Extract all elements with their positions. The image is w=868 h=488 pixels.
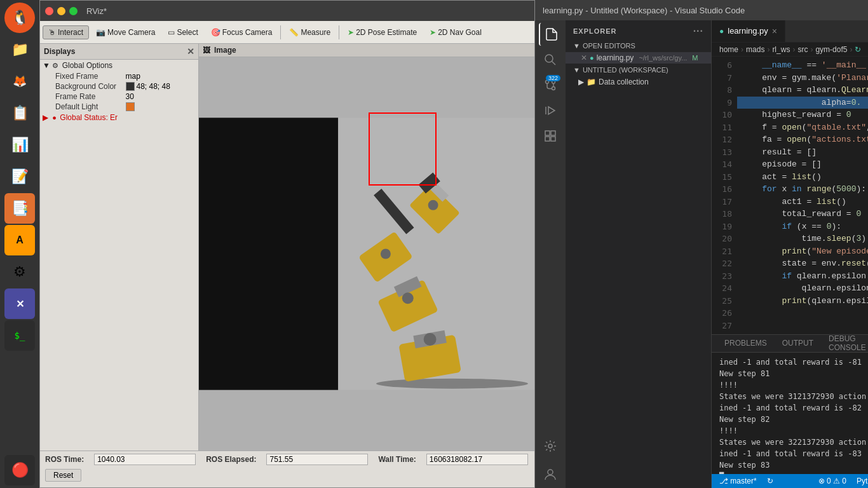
select-button[interactable]: ▭ Select [162, 25, 203, 39]
camera-icon: 📷 [96, 28, 105, 37]
account-activity-icon[interactable] [539, 463, 562, 485]
rviz-toolbar: 🖱 Interact 📷 Move Camera ▭ Select 🎯 Focu… [40, 21, 534, 44]
svg-rect-24 [545, 131, 550, 135]
vscode-body: 322 EXPLORER ··· ▼ OPEN E [535, 20, 868, 488]
search-activity-icon[interactable] [539, 48, 562, 71]
robot-visualization [199, 57, 534, 451]
bc-src[interactable]: src [797, 45, 808, 54]
statusbar-right: ⊗ 0 ⚠ 0 Python 2.7.12 64-bit [816, 477, 868, 485]
editor-area: ● learning.py × home › mads › rl_ws › sr… [712, 20, 868, 488]
bc-gym-dof5[interactable]: gym-dof5 [815, 45, 847, 54]
output-tab[interactable]: OUTPUT [775, 336, 821, 351]
rviz-minimize-button[interactable] [57, 7, 65, 15]
git-activity-icon[interactable]: 322 [539, 74, 562, 97]
interact-button[interactable]: 🖱 Interact [43, 25, 89, 39]
explorer-activity-icon[interactable] [539, 23, 562, 46]
learning-py-tab[interactable]: ● learning.py × [712, 20, 785, 42]
activity-bar: 322 [535, 20, 566, 488]
code-content[interactable]: __name__ == '__main__': env = gym.make('… [737, 57, 868, 334]
problems-tab[interactable]: PROBLEMS [717, 336, 775, 351]
rviz-statusbar: ROS Time: ROS Elapsed: Wall Time: Reset [40, 451, 534, 487]
extensions-activity-icon[interactable] [539, 125, 562, 147]
debug-activity-icon[interactable] [539, 99, 562, 122]
nav-icon: ➤ [430, 28, 436, 37]
code-area[interactable]: 6789101112131415161718192021222324252627… [712, 57, 868, 334]
amazon-icon[interactable]: A [4, 225, 35, 255]
bc-refresh-icon[interactable]: ↻ [855, 45, 861, 54]
svg-point-15 [428, 200, 438, 210]
displays-close-button[interactable]: ✕ [187, 46, 194, 57]
taskbar: 🐧 📁 🦊 📋 📊 📝 📑 A ⚙ ✕ $_ 🔴 [0, 0, 39, 488]
pose-estimate-button[interactable]: ➤ 2D Pose Estimate [342, 25, 423, 39]
bc-mads[interactable]: mads [746, 45, 764, 54]
reset-button[interactable]: Reset [45, 469, 81, 482]
global-options-item[interactable]: ▼ ⚙ Global Options [40, 60, 198, 71]
ros-elapsed-input[interactable] [266, 454, 368, 465]
settings-icon[interactable]: ⚙ [4, 257, 35, 287]
folder-icon: 📁 [587, 78, 596, 86]
open-editors-section[interactable]: ▼ OPEN EDITORS [566, 39, 711, 52]
python-version-status[interactable]: Python 2.7.12 64-bit [854, 477, 868, 485]
svg-point-14 [381, 249, 391, 259]
toolbar-separator-2 [339, 25, 339, 39]
measure-button[interactable]: 📏 Measure [283, 25, 336, 39]
libreoffice-icon[interactable]: 📋 [4, 98, 35, 128]
svg-point-16 [545, 55, 553, 62]
global-status-item[interactable]: ▶ ● Global Status: Er [40, 112, 198, 123]
vscode-statusbar: ⎇ master* ↻ ⊗ 0 ⚠ 0 Python 2.7.12 64-bit [712, 474, 868, 488]
image-content[interactable] [199, 57, 534, 451]
tab-close-button[interactable]: × [772, 26, 777, 36]
default-light-checkbox[interactable] [126, 102, 135, 111]
rviz-maximize-button[interactable] [69, 7, 78, 15]
explorer-menu-button[interactable]: ··· [693, 25, 703, 37]
files-icon[interactable]: 📁 [4, 34, 35, 65]
svg-line-17 [552, 62, 556, 65]
workspace-section[interactable]: ▼ UNTITLED (WORKSPACE) [566, 64, 711, 76]
chevron-down-icon: ▼ [573, 42, 580, 50]
git-icon: ⎇ [719, 477, 728, 485]
firefox-icon[interactable]: 🦊 [4, 66, 35, 97]
ros-icon[interactable]: 🔴 [4, 455, 35, 485]
bc-home[interactable]: home [719, 45, 738, 54]
impress-icon[interactable]: 📑 [4, 193, 35, 224]
interact-icon: 🖱 [48, 28, 56, 37]
rviz-close-button[interactable] [45, 7, 53, 15]
terminal-taskbar-icon[interactable]: $_ [4, 320, 35, 351]
statusbar-left: ⎇ master* ↻ [717, 477, 776, 485]
debug-console-tab[interactable]: DEBUG CONSOLE [821, 332, 868, 356]
calc-icon[interactable]: 📊 [4, 130, 35, 160]
errors-status[interactable]: ⊗ 0 ⚠ 0 [816, 477, 849, 485]
chevron-right-icon: ▶ [578, 78, 584, 86]
ubuntu-icon[interactable]: 🐧 [4, 3, 35, 33]
gear-icon: ⚙ [52, 62, 58, 69]
ros-time-input[interactable] [94, 454, 196, 465]
settings-activity-icon[interactable] [539, 435, 562, 458]
bg-color-swatch [126, 82, 135, 91]
image-panel: 🖼 Image [199, 44, 534, 451]
displays-header: Displays ✕ [40, 44, 198, 60]
svg-rect-0 [199, 118, 338, 390]
focus-camera-button[interactable]: 🎯 Focus Camera [205, 25, 278, 39]
svg-rect-25 [551, 131, 555, 135]
reset-row: Reset [40, 468, 534, 483]
vscode-title: learning.py - Untitled (Workspace) - Vis… [543, 6, 745, 15]
select-icon: ▭ [168, 28, 175, 37]
background-color-row: Background Color 48; 48; 48 [40, 81, 198, 92]
expand-icon-2: ▶ [43, 113, 50, 122]
breadcrumb: home › mads › rl_ws › src › gym-dof5 › ↻ [712, 43, 868, 57]
svg-rect-27 [551, 137, 555, 141]
svg-point-19 [552, 87, 555, 90]
sync-status[interactable]: ↻ [764, 477, 776, 485]
python-file-icon: ● [590, 54, 594, 62]
move-camera-button[interactable]: 📷 Move Camera [90, 25, 161, 39]
wall-time-input[interactable] [426, 454, 528, 465]
open-file-item[interactable]: ✕ ● learning.py ~/rl_ws/src/gy... M [566, 52, 711, 64]
git-branch-status[interactable]: ⎇ master* [717, 477, 759, 485]
close-icon[interactable]: ✕ [581, 53, 587, 62]
writer-icon[interactable]: 📝 [4, 161, 35, 192]
bc-rl-ws[interactable]: rl_ws [772, 45, 790, 54]
nav-goal-button[interactable]: ➤ 2D Nav Goal [424, 25, 487, 39]
data-collection-folder[interactable]: ▶ 📁 Data collection [566, 76, 711, 88]
terminal-content[interactable]: ined -1 and total reward is -81New step … [712, 353, 868, 474]
teams-icon[interactable]: ✕ [4, 288, 35, 319]
